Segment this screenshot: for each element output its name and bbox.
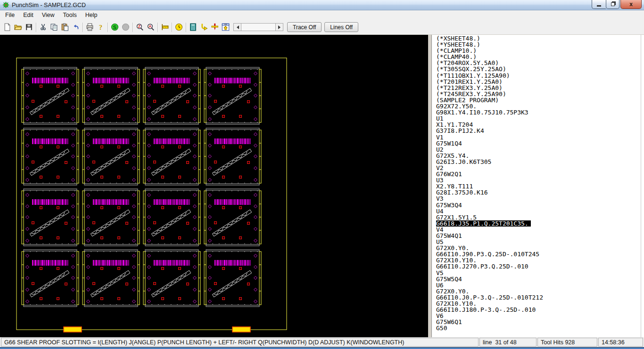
app-icon [2, 1, 9, 8]
restore-icon [611, 2, 615, 6]
calculator-button[interactable] [188, 22, 198, 32]
window-up-icon: MM [222, 23, 230, 31]
undo-button[interactable] [70, 22, 81, 32]
scroll-track[interactable] [241, 23, 275, 31]
gcode-line[interactable]: V6 [436, 313, 644, 319]
copy-icon [50, 23, 58, 31]
close-icon: x [629, 1, 633, 7]
gcode-line-current[interactable]: G66I8.J35.P1.Q.25T201C35. [436, 220, 644, 227]
gcode-line[interactable]: (*T305SQX.25Y.25AO) [436, 66, 644, 72]
save-icon [25, 23, 33, 31]
svg-text:MM: MM [224, 24, 227, 25]
zoom-z-icon: Z [136, 23, 144, 31]
gcode-line[interactable]: G28I.375J0.K16 [436, 189, 644, 195]
svg-text:S: S [113, 24, 116, 30]
measure-icon [161, 23, 169, 31]
zoom-z-button[interactable]: Z [134, 22, 145, 32]
calculator-icon [189, 23, 197, 31]
close-button[interactable]: x [620, 0, 642, 9]
clock-button[interactable] [173, 22, 184, 32]
menu-help[interactable]: Help [81, 11, 102, 19]
gcode-line[interactable]: G37I8.P1J2.K4 [436, 128, 644, 134]
right-arrow-icon [278, 25, 282, 29]
measure-button[interactable] [159, 22, 170, 32]
cut-icon [39, 23, 47, 31]
menu-bar: FileEditViewToolsHelp [0, 10, 644, 20]
gcode-line[interactable]: G75W5Q4 [436, 276, 644, 282]
window-title: PunchSim - SAMPLE2.GCD [12, 2, 86, 8]
menu-tools[interactable]: Tools [59, 11, 81, 19]
scroll-left-button[interactable] [233, 23, 241, 31]
sheet-drawing [0, 35, 428, 337]
print-icon [86, 23, 94, 31]
gcode-line[interactable]: G98X1.Y4.I10.75J10.75P3K3 [436, 109, 644, 115]
print-button[interactable] [84, 22, 95, 32]
gcode-line[interactable]: G72X0.Y0. [436, 288, 644, 294]
new-button[interactable] [2, 22, 13, 32]
panel-divider [428, 35, 432, 337]
toolbar-separator [36, 23, 36, 32]
open-button[interactable] [13, 22, 24, 32]
gcode-line[interactable]: (*T212REX3.Y.25A0) [436, 85, 644, 91]
gcode-line[interactable]: G72X5.Y4. [436, 153, 644, 159]
main-area: (*XSHEET48.)(*YSHEET48.)(*CLAMP10.)(*CLA… [0, 35, 644, 337]
toolbar-icons: ?SZAMM [2, 22, 231, 32]
toolbar-separator [83, 23, 83, 32]
gcode-line[interactable]: U4 [436, 208, 644, 214]
gcode-line[interactable]: G75W1Q4 [436, 140, 644, 146]
svg-text:A: A [149, 24, 152, 29]
gcode-line[interactable]: G50 [436, 325, 644, 331]
clock-icon [175, 23, 183, 31]
lines-toggle-button[interactable]: Lines Off [324, 22, 358, 32]
punch-button[interactable] [209, 22, 220, 32]
svg-text:Z: Z [138, 24, 141, 29]
menu-view[interactable]: View [38, 11, 59, 19]
sequence-button[interactable] [198, 22, 209, 32]
restore-button[interactable] [606, 0, 619, 9]
gcode-line[interactable]: (*T201REX1.Y.25A0) [436, 79, 644, 85]
gcode-line[interactable]: G75W3Q4 [436, 202, 644, 208]
undo-icon [72, 23, 80, 31]
status-bar: G66 SHEAR PROOF SLOTTING = I(LENGTH) J(A… [0, 337, 644, 347]
gcode-line[interactable]: G76W2Q1 [436, 171, 644, 177]
gcode-line[interactable]: V2 [436, 165, 644, 171]
gcode-panel-edge [641, 35, 641, 337]
gcode-line[interactable]: V5 [436, 270, 644, 276]
menu-file[interactable]: File [1, 11, 19, 19]
help-button[interactable]: ? [95, 22, 106, 32]
trace-toggle-button[interactable]: Trace Off [287, 22, 322, 32]
scroll-right-button[interactable] [275, 23, 283, 31]
minimize-icon [597, 5, 601, 7]
paste-icon [61, 23, 69, 31]
paste-button[interactable] [59, 22, 70, 32]
gcode-line[interactable]: G66I10.J270.P3.Q.25D-.010 [436, 263, 644, 269]
save-button[interactable] [24, 22, 34, 32]
left-arrow-icon [235, 25, 239, 29]
cut-button[interactable] [38, 22, 49, 32]
gcode-line[interactable]: (*T245REX3.Y.25A90) [436, 91, 644, 97]
toolbar: ?SZAMM Trace Off Lines Off [0, 20, 644, 35]
run-button[interactable]: S [109, 22, 120, 32]
gcode-line[interactable]: V1 [436, 134, 644, 140]
gcode-line[interactable]: G72X1.5Y1.5 [436, 214, 644, 220]
punch-icon [211, 23, 219, 31]
stop-button[interactable] [120, 22, 131, 32]
gcode-line[interactable]: U6 [436, 282, 644, 288]
drawing-canvas[interactable] [0, 35, 428, 337]
window-up-button[interactable]: MM [220, 22, 231, 32]
gcode-line[interactable]: G66I10.J180.P-3.Q-.25D-.010 [436, 307, 644, 313]
gcode-line[interactable]: G26I3.J0.K6T305 [436, 159, 644, 165]
menu-edit[interactable]: Edit [19, 11, 38, 19]
minimize-button[interactable] [592, 0, 606, 9]
gcode-line[interactable]: V3 [436, 195, 644, 202]
open-icon [14, 23, 22, 31]
gcode-panel[interactable]: (*XSHEET48.)(*YSHEET48.)(*CLAMP10.)(*CLA… [432, 35, 644, 337]
gcode-line[interactable]: G75W4Q1 [436, 233, 644, 239]
gcode-line[interactable]: V4 [436, 227, 644, 233]
gcode-line[interactable]: G75W6Q1 [436, 319, 644, 325]
toolbar-scrollbar [233, 23, 283, 31]
copy-button[interactable] [49, 22, 59, 32]
gcode-line[interactable]: U2 [436, 146, 644, 153]
zoom-a-button[interactable]: A [145, 22, 156, 32]
gcode-line[interactable]: (*T111OBX1.Y.125A90) [436, 73, 644, 79]
